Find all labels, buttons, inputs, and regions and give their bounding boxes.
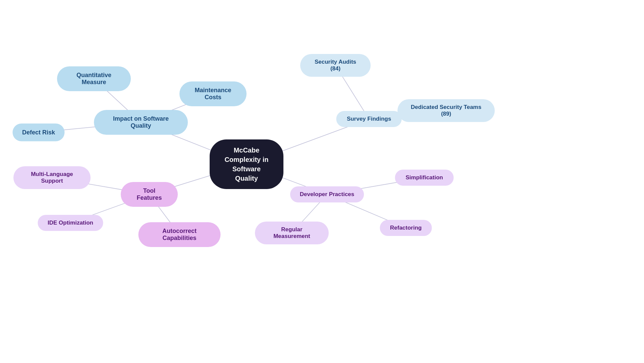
- node-impact: Impact on Software Quality: [94, 110, 188, 135]
- center-node: McCabe Complexity in Software Quality: [210, 139, 283, 189]
- node-simplification: Simplification: [395, 170, 454, 186]
- node-maintenance: Maintenance Costs: [179, 81, 247, 106]
- node-defect: Defect Risk: [13, 124, 65, 141]
- node-tool-features: Tool Features: [121, 182, 178, 207]
- node-security-audits: Security Audits (84): [300, 54, 371, 77]
- node-dedicated-teams: Dedicated Security Teams (89): [397, 99, 495, 122]
- node-autocorrect: Autocorrect Capabilities: [139, 222, 221, 247]
- node-ide-opt: IDE Optimization: [38, 215, 103, 231]
- node-quantitative: Quantitative Measure: [57, 66, 131, 91]
- mindmap-container: McCabe Complexity in Software QualityImp…: [0, 0, 644, 363]
- node-developer: Developer Practices: [290, 186, 364, 202]
- node-survey: Survey Findings: [336, 111, 402, 127]
- node-regular-measure: Regular Measurement: [255, 222, 329, 244]
- node-refactoring: Refactoring: [380, 220, 432, 236]
- node-multi-lang: Multi-Language Support: [13, 166, 91, 189]
